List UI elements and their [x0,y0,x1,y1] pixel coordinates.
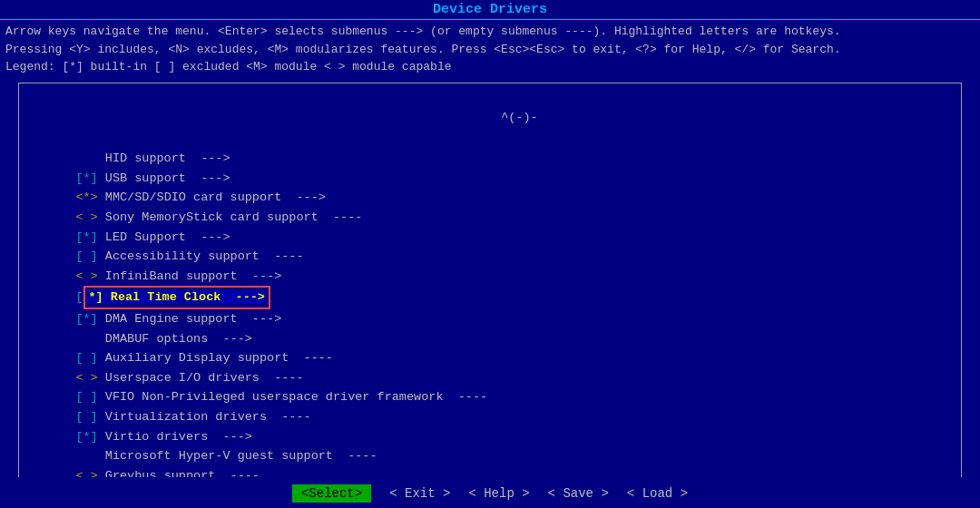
title-bar: Device Drivers [0,0,980,20]
menu-item[interactable]: DMABUF options ---> [19,329,961,349]
window-title: Device Drivers [433,2,547,17]
save-button[interactable]: < Save > [548,484,609,503]
menu-item[interactable]: [ ] Auxiliary Display support ---- [19,348,961,368]
help-button[interactable]: < Help > [468,484,529,503]
menu-item[interactable]: <*> MMC/SD/SDIO card support ---> [19,188,961,208]
main-content: ^(-)- HID support ---> [*] USB support -… [0,79,980,478]
menu-item[interactable]: Microsoft Hyper-V guest support ---- [19,446,961,466]
help-line-3: Legend: [*] built-in [ ] excluded <M> mo… [5,58,975,76]
menu-item[interactable]: [ ] Accessibility support ---- [19,247,961,267]
menu-item[interactable]: < > Userspace I/O drivers ---- [19,368,961,388]
menu-item[interactable]: < > Greybus support ---- [19,466,961,477]
nav-header-text: ^(-)- [501,111,538,124]
menu-items-container: HID support ---> [*] USB support ---> <*… [19,149,961,477]
menu-item[interactable]: < > InfiniBand support ---> [19,267,961,287]
menu-item[interactable]: HID support ---> [19,149,961,169]
menu-box: ^(-)- HID support ---> [*] USB support -… [18,83,962,478]
menu-item[interactable]: [ ] VFIO Non-Privileged userspace driver… [19,387,961,407]
menu-item[interactable]: < > Sony MemoryStick card support ---- [19,208,961,228]
menu-item[interactable]: [*] Virtio drivers ---> [19,427,961,447]
select-button[interactable]: <Select> [292,484,371,503]
help-line-1: Arrow keys navigate the menu. <Enter> se… [5,23,975,41]
menu-item[interactable]: [*] LED Support ---> [19,228,961,248]
menu-item[interactable]: [ ] Virtualization drivers ---- [19,407,961,427]
menu-item[interactable]: [*] USB support ---> [19,169,961,189]
help-line-2: Pressing <Y> includes, <N> excludes, <M>… [5,41,975,59]
app: Device Drivers Arrow keys navigate the m… [0,0,980,508]
menu-item[interactable]: [*] Real Time Clock ---> [19,286,961,309]
load-button[interactable]: < Load > [627,484,688,503]
menu-item[interactable]: [*] DMA Engine support ---> [19,309,961,329]
help-text: Arrow keys navigate the menu. <Enter> se… [0,20,980,79]
nav-header: ^(-)- [19,89,961,148]
exit-button[interactable]: < Exit > [389,484,450,503]
bottom-bar: <Select> < Exit > < Help > < Save > < Lo… [0,477,980,508]
